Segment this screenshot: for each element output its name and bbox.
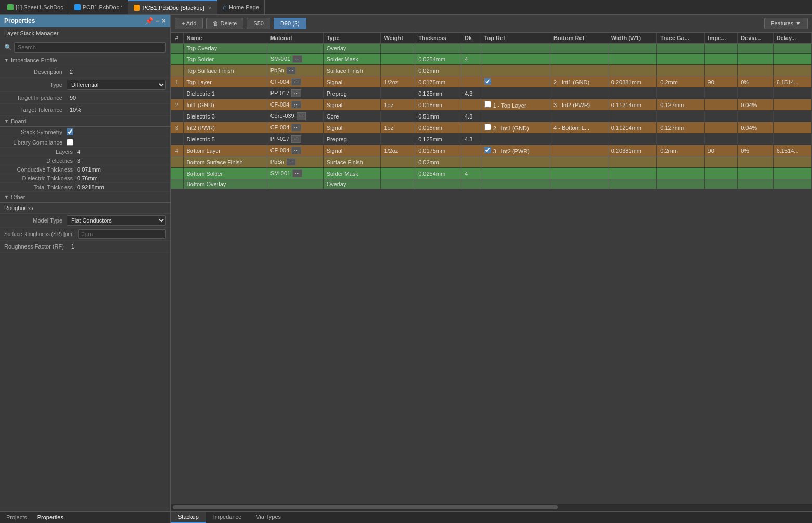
- pin-icon[interactable]: 📌: [145, 17, 153, 25]
- material-button[interactable]: ···: [291, 89, 301, 97]
- row-weight: 1oz: [381, 99, 415, 111]
- table-row[interactable]: Dielectric 5PP-017···Prepreg0.125mm4.3: [171, 134, 812, 145]
- layers-value: 4: [77, 149, 80, 155]
- surface-roughness-input[interactable]: [78, 229, 166, 239]
- row-impedance: [704, 88, 738, 99]
- row-material[interactable]: PP-017···: [267, 88, 323, 99]
- row-material[interactable]: SM-001···: [267, 54, 323, 65]
- impedance-tab[interactable]: Impedance: [206, 512, 249, 523]
- row-material[interactable]: CF-004···: [267, 76, 323, 88]
- row-material[interactable]: CF-004···: [267, 122, 323, 134]
- material-button[interactable]: ···: [291, 147, 301, 154]
- row-thickness: 0.018mm: [415, 99, 461, 111]
- table-row[interactable]: 3Int2 (PWR)CF-004···Signal1oz0.018mm2 - …: [171, 122, 812, 134]
- row-delay: [773, 44, 811, 54]
- tab-home[interactable]: ⌂ Home Page: [217, 0, 265, 14]
- table-row[interactable]: Dielectric 3Core-039···Core0.51mm4.8: [171, 111, 812, 122]
- table-row[interactable]: Bottom OverlayOverlay: [171, 179, 812, 189]
- add-button[interactable]: + Add: [175, 18, 203, 29]
- row-bottom-ref: 2 - Int1 (GND): [550, 76, 608, 88]
- model-type-label: Model Type: [4, 217, 67, 224]
- table-row[interactable]: 4Bottom LayerCF-004···Signal1/2oz0.0175m…: [171, 145, 812, 156]
- row-top-ref: [481, 179, 550, 189]
- via-types-tab[interactable]: Via Types: [249, 512, 288, 523]
- other-section[interactable]: Other: [0, 192, 170, 203]
- projects-tab[interactable]: Projects: [4, 513, 29, 521]
- top-ref-checkbox[interactable]: [484, 147, 491, 153]
- d90-button[interactable]: D90 (2): [274, 18, 306, 29]
- material-button[interactable]: ···: [291, 135, 301, 143]
- delete-button[interactable]: 🗑 Delete: [206, 18, 243, 29]
- tab-pcb1[interactable]: PCB1.PcbDoc *: [69, 0, 129, 14]
- row-impedance: [704, 156, 738, 168]
- material-button[interactable]: ···: [287, 67, 296, 74]
- row-weight: [381, 134, 415, 145]
- row-impedance: [704, 179, 738, 189]
- row-material[interactable]: Core-039···: [267, 111, 323, 122]
- layers-label: Layers: [4, 149, 77, 155]
- material-button[interactable]: ···: [291, 78, 301, 86]
- row-material[interactable]: CF-004···: [267, 145, 323, 156]
- row-deviation: [738, 44, 774, 54]
- impedance-profile-section[interactable]: Impedance Profile: [0, 55, 170, 66]
- material-label: SM-001: [270, 56, 291, 62]
- table-row[interactable]: 1Top LayerCF-004···Signal1/2oz0.0175mm2 …: [171, 76, 812, 88]
- material-button[interactable]: ···: [297, 112, 306, 120]
- material-button[interactable]: ···: [291, 124, 301, 132]
- row-material[interactable]: SM-001···: [267, 168, 323, 179]
- features-button[interactable]: Features ▼: [764, 18, 808, 29]
- row-material[interactable]: PbSn···: [267, 65, 323, 76]
- search-icon: 🔍: [4, 44, 12, 51]
- minimize-icon[interactable]: –: [156, 17, 160, 25]
- target-impedance-value[interactable]: 90: [67, 94, 166, 102]
- s50-button[interactable]: S50: [247, 18, 270, 29]
- row-material[interactable]: PbSn···: [267, 156, 323, 168]
- row-top-ref: [481, 88, 550, 99]
- library-compliance-row: Library Compliance: [0, 137, 170, 148]
- material-label: SM-001: [270, 170, 291, 176]
- model-type-select[interactable]: Flat Conductors Hammerstad Groisse: [67, 216, 165, 225]
- top-ref-checkbox[interactable]: [484, 101, 491, 108]
- search-input[interactable]: [14, 42, 166, 53]
- close-panel-icon[interactable]: ×: [162, 17, 166, 25]
- row-material[interactable]: PP-017···: [267, 134, 323, 145]
- horizontal-scrollbar[interactable]: [171, 504, 812, 511]
- tab-sheet1[interactable]: [1] Sheet1.SchDoc: [2, 0, 69, 14]
- table-row[interactable]: Dielectric 1PP-017···Prepreg0.125mm4.3: [171, 88, 812, 99]
- row-width: [608, 156, 657, 168]
- description-value: 2: [67, 68, 166, 76]
- row-deviation: 0%: [738, 76, 774, 88]
- stack-symmetry-checkbox[interactable]: [67, 128, 73, 135]
- board-section[interactable]: Board: [0, 116, 170, 127]
- row-number: [171, 111, 183, 122]
- top-ref-checkbox[interactable]: [484, 124, 491, 130]
- table-row[interactable]: Top SolderSM-001···Solder Mask0.0254mm4: [171, 54, 812, 65]
- top-ref-checkbox[interactable]: [484, 78, 491, 85]
- material-button[interactable]: ···: [287, 158, 296, 166]
- row-weight: [381, 54, 415, 65]
- row-impedance: [704, 44, 738, 54]
- table-row[interactable]: Bottom Surface FinishPbSn···Surface Fini…: [171, 156, 812, 168]
- target-tolerance-value: 10%: [67, 106, 166, 114]
- type-select[interactable]: Differential Single-ended Coplanar: [67, 80, 165, 89]
- material-button[interactable]: ···: [292, 55, 302, 63]
- row-weight: [381, 88, 415, 99]
- row-width: [608, 88, 657, 99]
- material-button[interactable]: ···: [291, 101, 301, 109]
- tab-stackup[interactable]: PCB1.PcbDoc [Stackup] ×: [128, 0, 217, 14]
- row-delay: [773, 88, 811, 99]
- row-material[interactable]: CF-004···: [267, 99, 323, 111]
- material-button[interactable]: ···: [292, 169, 302, 177]
- table-row[interactable]: Top Surface FinishPbSn···Surface Finish0…: [171, 65, 812, 76]
- material-label: CF-004: [270, 124, 290, 130]
- tab-close-stackup[interactable]: ×: [209, 5, 212, 11]
- stackup-tab[interactable]: Stackup: [171, 512, 206, 523]
- type-row: Type Differential Single-ended Coplanar: [0, 78, 170, 92]
- table-row[interactable]: Bottom SolderSM-001···Solder Mask0.0254m…: [171, 168, 812, 179]
- table-row[interactable]: Top OverlayOverlay: [171, 44, 812, 54]
- table-row[interactable]: 2Int1 (GND)CF-004···Signal1oz0.018mm1 - …: [171, 99, 812, 111]
- col-material: Material: [267, 33, 323, 44]
- library-compliance-checkbox[interactable]: [67, 139, 73, 146]
- properties-tab[interactable]: Properties: [35, 513, 66, 521]
- row-type: Overlay: [323, 179, 381, 189]
